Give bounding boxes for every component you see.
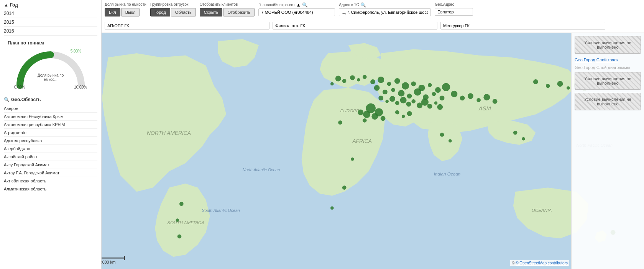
svg-point-32 [460, 96, 465, 101]
geo-area-header: Geo.Область [11, 97, 41, 102]
svg-point-73 [449, 139, 452, 142]
plan-label: План по тоннам [8, 40, 44, 46]
ap-opt-gk-input[interactable] [105, 22, 269, 30]
geo-area-search-row: 🔍 Geo.Область [4, 97, 97, 102]
svg-point-26 [407, 93, 412, 98]
svg-text:EUROPE: EUROPE [340, 108, 360, 113]
geo-area-item[interactable]: Аверон [4, 105, 97, 113]
grouping-city-button[interactable]: Город [150, 8, 170, 16]
address-1c-group: Адрес в 1С 🔍 [339, 2, 431, 16]
svg-point-31 [451, 91, 457, 97]
svg-point-0 [49, 53, 53, 57]
svg-point-35 [483, 94, 490, 100]
geo-area-search-icon[interactable]: 🔍 [4, 97, 10, 102]
geo-area-item[interactable]: Агриджento [4, 129, 97, 137]
gauge-center-text: Доля рынка по емкос... [33, 73, 68, 82]
year-item-2014[interactable]: 2014 [4, 9, 97, 18]
show-clients-buttons: Скрыть Отобразить [200, 8, 255, 16]
svg-point-27 [414, 88, 421, 95]
geo-area-item[interactable]: Азербайджан [4, 145, 97, 153]
svg-point-56 [546, 84, 550, 88]
right-overlay: Условие вычисления не выполнено Geo.Горо… [571, 33, 644, 269]
svg-point-83 [363, 118, 367, 123]
svg-point-23 [383, 90, 388, 95]
shipment-share-off-button[interactable]: Выкл [121, 8, 140, 16]
svg-text:OCEANIA: OCEANIA [532, 208, 552, 213]
svg-point-41 [400, 97, 407, 103]
main-contractor-input[interactable] [258, 8, 335, 16]
svg-text:North Atlantic Ocean: North Atlantic Ocean [243, 167, 280, 172]
svg-point-19 [428, 83, 432, 87]
left-panel: ▲ Год 2014 2015 2016 План по тоннам 5,00… [0, 0, 102, 269]
grouping-region-button[interactable]: Область [171, 8, 196, 16]
show-clients-button[interactable]: Отобразить [223, 8, 255, 16]
condition-box-1: Условие вычисления не выполнено [575, 36, 641, 54]
gauge-right-value: 10,00% [74, 85, 87, 89]
svg-point-69 [179, 202, 184, 206]
openstreetmap-link[interactable]: © OpenStreetMap contributors [516, 261, 568, 265]
geo-address-group: Geo.Адрес [435, 2, 473, 16]
svg-point-63 [402, 115, 405, 118]
geo-city-points-layer[interactable]: Geo.Город Слой точек [575, 57, 641, 63]
svg-point-50 [357, 78, 360, 81]
svg-text:2000 km: 2000 km [102, 260, 116, 264]
svg-point-79 [371, 113, 378, 120]
manager-gk-input[interactable] [440, 22, 605, 30]
geo-area-item[interactable]: Актюбинская область [4, 177, 97, 185]
gauge-top-value: 5,00% [71, 49, 81, 53]
svg-point-55 [533, 79, 538, 84]
geo-address-input[interactable] [435, 8, 473, 16]
geo-area-item[interactable]: Адыгея республика [4, 137, 97, 145]
svg-text:AFRICA: AFRICA [352, 138, 372, 144]
svg-point-33 [468, 93, 473, 99]
svg-point-75 [522, 137, 525, 140]
svg-point-34 [476, 98, 481, 102]
geo-area-section: 🔍 Geo.Область Аверон Автономная Республи… [0, 95, 101, 269]
shipment-share-on-button[interactable]: Вкл [105, 8, 120, 16]
year-label: Год [10, 2, 18, 8]
grouping-label: Группировка отгрузок [150, 2, 196, 7]
address-1c-label: Адрес в 1С [339, 3, 359, 7]
geo-area-item[interactable]: Аксу Городской Акимат [4, 161, 97, 169]
filial-otv-input[interactable] [273, 22, 437, 30]
svg-point-66 [351, 157, 354, 161]
svg-point-46 [427, 104, 432, 109]
svg-text:SOUTH AMERICA: SOUTH AMERICA [167, 220, 204, 225]
gauge-left-value: 0,00% [14, 85, 25, 89]
gauge-container: 5,00% 0,00% 10,00% Доля рынка по емкос..… [12, 47, 89, 93]
svg-text:NORTH AMERICA: NORTH AMERICA [147, 130, 191, 136]
condition-box-2: Условие вычисления не выполнено [575, 72, 641, 90]
address-1c-search-icon[interactable]: 🔍 [360, 2, 366, 8]
main-area: Доля рынка по емкости Вкл Выкл Группиров… [102, 0, 644, 269]
svg-point-25 [398, 90, 404, 97]
svg-point-70 [176, 218, 179, 221]
hide-clients-button[interactable]: Скрыть [200, 8, 223, 16]
geo-city-diagram-layer[interactable]: Geo.Город Слой диаграммы [575, 64, 641, 71]
geo-area-item[interactable]: Актау Г.А. Городской Акимат [4, 169, 97, 177]
svg-point-80 [381, 116, 386, 121]
svg-point-40 [395, 101, 399, 105]
address-1c-input[interactable] [339, 8, 431, 16]
svg-point-82 [358, 110, 363, 115]
toolbar-row2 [105, 21, 641, 30]
map-container[interactable]: NORTH AMERICA SOUTH AMERICA AFRICA EUROP… [102, 33, 644, 269]
svg-text:South Atlantic Ocean: South Atlantic Ocean [202, 208, 240, 213]
svg-point-37 [378, 96, 383, 101]
main-contractor-sort-icon: ▲ [296, 2, 301, 8]
grouping-group: Группировка отгрузок Город Область [150, 2, 196, 16]
svg-point-45 [421, 98, 429, 106]
main-contractor-search-icon[interactable]: 🔍 [302, 2, 308, 8]
year-item-2016[interactable]: 2016 [4, 27, 97, 36]
shipment-share-buttons: Вкл Выкл [105, 8, 146, 16]
svg-text:Indian Ocean: Indian Ocean [434, 171, 460, 176]
show-clients-label: Отобразить клиентов [200, 2, 255, 7]
geo-area-item[interactable]: Автономная Республика Крым [4, 113, 97, 121]
svg-point-51 [350, 75, 355, 80]
svg-point-30 [440, 96, 445, 101]
geo-area-item[interactable]: Алматинская область [4, 185, 97, 193]
svg-point-36 [493, 99, 498, 104]
geo-area-item[interactable]: Автономная республика КРЫМ [4, 121, 97, 129]
year-item-2015[interactable]: 2015 [4, 18, 97, 27]
svg-point-74 [513, 131, 518, 135]
geo-area-item[interactable]: Аксайский район [4, 153, 97, 161]
